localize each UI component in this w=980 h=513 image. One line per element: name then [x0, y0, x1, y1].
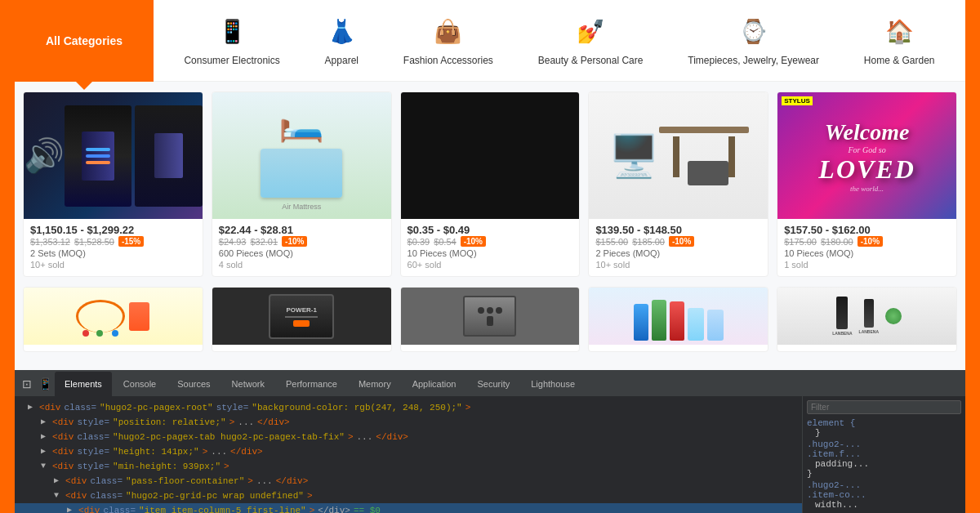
beauty-personal-care-label: Beauty & Personal Care	[538, 55, 644, 66]
top-nav: All Categories 📱 Consumer Electronics 👗 …	[15, 0, 965, 82]
product-sold-2: 4 sold	[219, 260, 385, 270]
stylus-badge: STYLUS	[782, 96, 813, 105]
product-info-4: $139.50 - $148.50 $155.00 $185.00 -10% 2…	[589, 219, 768, 270]
product-grid-row1: $1,150.15 - $1,299.22 $1,353.12 $1,528.5…	[15, 82, 965, 287]
product-price-old1-4: $155.00	[595, 237, 628, 247]
html-line-6[interactable]: ▶ <div class="pass-floor-container" >...…	[15, 474, 802, 488]
product-image-5: STYLUS Welcome For God so LOVED the worl…	[777, 92, 956, 219]
welcome-subtext2: the world...	[818, 185, 915, 193]
left-decoration	[0, 0, 15, 513]
welcome-subtext1: For God so	[818, 145, 915, 154]
product-image-3	[401, 92, 580, 219]
home-garden-label: Home & Garden	[864, 55, 935, 66]
html-line-3[interactable]: ▶ <div class="hugo2-pc-pagex-tab hugo2-p…	[15, 430, 802, 444]
right-decoration	[965, 0, 980, 513]
tab-application[interactable]: Application	[403, 372, 466, 396]
product-price-row-1: $1,353.12 $1,528.50 -15%	[30, 236, 196, 247]
main-wrapper: All Categories 📱 Consumer Electronics 👗 …	[15, 0, 965, 513]
product-image-2: Air Mattress	[212, 92, 391, 219]
welcome-heading: Welcome	[818, 119, 915, 145]
product-price-old1-2: $24.93	[219, 237, 247, 247]
style-rule-hugo2: .hugo2-... .item.f... padding... }	[807, 439, 961, 479]
all-categories-button[interactable]: All Categories	[15, 0, 154, 82]
html-line-1[interactable]: ▶ <div class="hugo2-pc-pagex-root" style…	[15, 400, 802, 415]
product-image-4	[589, 92, 768, 219]
product-sold-5: 1 sold	[784, 260, 950, 270]
category-item-fashion-accessories[interactable]: 👜 Fashion Accessories	[391, 7, 506, 74]
product-sold-1: 10+ sold	[30, 260, 196, 270]
html-line-4[interactable]: ▶ <div style="height: 141px;" >...</div>	[15, 444, 802, 459]
product-price-current-1: $1,150.15 - $1,299.22	[30, 224, 196, 236]
devtools-styles-panel: element { } .hugo2-... .item.f... paddin…	[802, 396, 965, 513]
product-discount-5: -10%	[858, 236, 883, 247]
product-price-old1-1: $1,353.12	[30, 237, 70, 247]
timepieces-icon: ⌚	[737, 16, 770, 48]
product-info-5: $157.50 - $162.00 $175.00 $180.00 -10% 1…	[777, 219, 956, 270]
product-card-3[interactable]: $0.35 - $0.49 $0.39 $0.54 -10% 10 Pieces…	[400, 91, 581, 277]
product-card-6[interactable]	[23, 287, 203, 352]
style-rule-element: element { }	[807, 418, 961, 438]
product-card-10[interactable]: LANBENA LANBENA	[777, 287, 957, 352]
product-price-old2-3: $0.54	[434, 237, 457, 247]
devtools-inspect-icon[interactable]: ⊡	[19, 376, 35, 392]
category-item-beauty-personal-care[interactable]: 💅 Beauty & Personal Care	[526, 7, 656, 74]
devtools-panel: ⊡ 📱 Elements Console Sources Network Per…	[15, 370, 965, 513]
tab-network[interactable]: Network	[222, 372, 274, 396]
category-item-timepieces-jewelry-eyewear[interactable]: ⌚ Timepieces, Jewelry, Eyewear	[675, 7, 831, 74]
product-sold-3: 60+ sold	[408, 260, 573, 270]
product-image-1	[24, 92, 203, 219]
product-price-row-5: $175.00 $180.00 -10%	[784, 236, 950, 247]
product-card-4[interactable]: $139.50 - $148.50 $155.00 $185.00 -10% 2…	[588, 91, 768, 277]
product-price-current-2: $22.44 - $28.81	[219, 224, 385, 236]
product-card-9[interactable]	[588, 287, 768, 352]
html-line-5[interactable]: ▼ <div style="min-height: 939px;" >	[15, 459, 802, 474]
devtools-device-icon[interactable]: 📱	[37, 376, 53, 392]
tab-console[interactable]: Console	[114, 372, 166, 396]
product-card-2[interactable]: Air Mattress $22.44 - $28.81 $24.93 $32.…	[212, 91, 392, 277]
apparel-label: Apparel	[325, 55, 359, 66]
product-price-current-3: $0.35 - $0.49	[408, 224, 573, 236]
product-moq-1: 2 Sets (MOQ)	[30, 248, 196, 258]
consumer-electronics-icon: 📱	[216, 16, 248, 48]
product-info-3: $0.35 - $0.49 $0.39 $0.54 -10% 10 Pieces…	[401, 219, 580, 270]
tab-lighthouse[interactable]: Lighthouse	[521, 372, 585, 396]
styles-header	[807, 400, 961, 414]
product-moq-4: 2 Pieces (MOQ)	[595, 248, 761, 258]
product-discount-1: -15%	[118, 236, 144, 247]
timepieces-label: Timepieces, Jewelry, Eyewear	[688, 55, 819, 66]
product-discount-2: -10%	[282, 236, 307, 247]
product-price-old1-3: $0.39	[408, 237, 430, 247]
product-price-old2-5: $180.00	[821, 237, 853, 247]
tab-security[interactable]: Security	[467, 372, 519, 396]
fashion-accessories-icon: 👜	[432, 16, 465, 48]
devtools-html-panel: ▶ <div class="hugo2-pc-pagex-root" style…	[15, 396, 802, 513]
home-garden-icon: 🏠	[883, 16, 915, 48]
product-card-7[interactable]: POWER-1	[212, 287, 392, 352]
styles-filter-input[interactable]	[807, 400, 961, 414]
category-item-consumer-electronics[interactable]: 📱 Consumer Electronics	[172, 7, 292, 74]
product-price-old2-2: $32.01	[250, 237, 278, 247]
tab-memory[interactable]: Memory	[349, 372, 401, 396]
product-discount-4: -10%	[669, 236, 694, 247]
devtools-body: ▶ <div class="hugo2-pc-pagex-root" style…	[15, 396, 965, 513]
product-sold-4: 10+ sold	[595, 260, 761, 270]
html-line-7[interactable]: ▼ <div class="hugo2-pc-grid-pc wrap unde…	[15, 488, 802, 503]
tab-performance[interactable]: Performance	[276, 372, 347, 396]
devtools-tabs: ⊡ 📱 Elements Console Sources Network Per…	[15, 372, 965, 396]
product-card-8[interactable]	[400, 287, 581, 352]
tab-elements[interactable]: Elements	[55, 372, 112, 396]
product-price-row-3: $0.39 $0.54 -10%	[408, 236, 573, 247]
category-item-home-garden[interactable]: 🏠 Home & Garden	[852, 7, 947, 74]
product-image-8	[401, 288, 580, 345]
product-card-5[interactable]: STYLUS Welcome For God so LOVED the worl…	[777, 91, 957, 277]
category-item-apparel[interactable]: 👗 Apparel	[313, 7, 371, 74]
tab-sources[interactable]: Sources	[167, 372, 220, 396]
html-line-2[interactable]: ▶ <div style="position: relative;" >...<…	[15, 415, 802, 430]
product-grid-row2: POWER-1	[15, 287, 965, 362]
product-price-old1-5: $175.00	[784, 237, 817, 247]
product-card-1[interactable]: $1,150.15 - $1,299.22 $1,353.12 $1,528.5…	[23, 91, 203, 277]
html-line-8[interactable]: ▶ <div class="item item-column-5 first-l…	[15, 503, 802, 513]
product-image-6	[24, 288, 203, 345]
product-price-row-2: $24.93 $32.01 -10%	[219, 236, 385, 247]
product-price-old2-4: $185.00	[632, 237, 665, 247]
